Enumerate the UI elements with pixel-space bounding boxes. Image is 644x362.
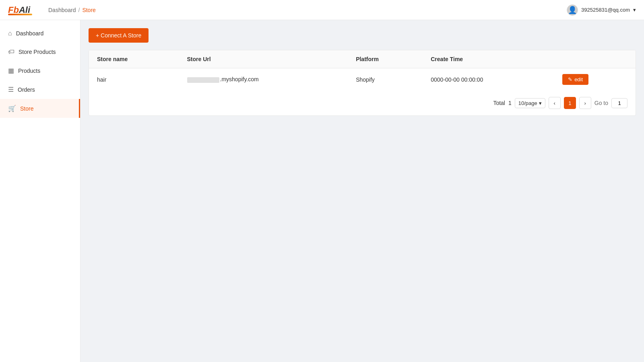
prev-page-button[interactable]: ‹ [549, 97, 561, 109]
cell-edit: ✎ edit [554, 68, 636, 91]
main-content: + Connect A Store Store name Store Url P… [80, 20, 644, 362]
total-label: Total [493, 100, 505, 106]
grid-icon: ▦ [8, 67, 14, 74]
home-icon: ⌂ [8, 30, 12, 37]
per-page-select[interactable]: 10/page ▾ [515, 98, 545, 108]
page-1-button[interactable]: 1 [564, 97, 576, 109]
breadcrumb-home[interactable]: Dashboard [48, 7, 76, 13]
prev-icon: ‹ [554, 100, 555, 106]
sidebar-item-orders[interactable]: ☰ Orders [0, 80, 80, 99]
pagination: Total 1 10/page ▾ ‹ 1 › Go to [89, 90, 636, 115]
layout: ⌂ Dashboard 🏷 Store Products ▦ Products … [0, 20, 644, 362]
per-page-value: 10/page [518, 100, 537, 106]
breadcrumb: Dashboard / Store [48, 7, 96, 13]
user-menu[interactable]: 👤 392525831@qq.com ▾ [567, 4, 636, 16]
sidebar-label-store: Store [20, 105, 33, 112]
table-row: hair .myshopify.com Shopify 0000-00-00 0… [89, 68, 636, 91]
dropdown-icon: ▾ [633, 7, 636, 13]
list-icon: ☰ [8, 86, 14, 93]
user-email: 392525831@qq.com [581, 7, 630, 13]
sidebar-item-products[interactable]: ▦ Products [0, 61, 80, 80]
sidebar-item-store-products[interactable]: 🏷 Store Products [0, 43, 80, 61]
cell-store-name: hair [89, 68, 179, 91]
sidebar-item-store[interactable]: 🛒 Store [0, 99, 80, 118]
chevron-down-icon: ▾ [539, 100, 542, 106]
logo-text: FbAli [8, 5, 32, 15]
col-actions [554, 50, 636, 68]
tag-icon: 🏷 [8, 48, 14, 56]
url-blurred [187, 77, 219, 83]
cell-platform: Shopify [348, 68, 423, 91]
header: FbAli Dashboard / Store 👤 392525831@qq.c… [0, 0, 644, 20]
sidebar-label-dashboard: Dashboard [16, 30, 44, 37]
table-header: Store name Store Url Platform Create Tim… [89, 50, 636, 68]
cell-create-time: 0000-00-00 00:00:00 [423, 68, 554, 91]
next-icon: › [584, 100, 586, 106]
connect-store-button[interactable]: + Connect A Store [89, 28, 149, 43]
sidebar-label-store-products: Store Products [19, 49, 56, 55]
goto-input[interactable] [611, 98, 627, 108]
url-suffix: .myshopify.com [220, 76, 259, 82]
store-table: Store name Store Url Platform Create Tim… [89, 50, 636, 90]
sidebar: ⌂ Dashboard 🏷 Store Products ▦ Products … [0, 20, 80, 362]
edit-button[interactable]: ✎ edit [562, 74, 588, 85]
col-store-url: Store Url [179, 50, 348, 68]
next-page-button[interactable]: › [579, 97, 591, 109]
breadcrumb-current: Store [82, 7, 95, 13]
avatar: 👤 [567, 4, 578, 16]
col-store-name: Store name [89, 50, 179, 68]
total-count: 1 [508, 100, 512, 106]
edit-pencil-icon: ✎ [568, 76, 572, 82]
table-body: hair .myshopify.com Shopify 0000-00-00 0… [89, 68, 636, 91]
store-table-card: Store name Store Url Platform Create Tim… [89, 50, 636, 116]
col-platform: Platform [348, 50, 423, 68]
breadcrumb-separator: / [78, 7, 80, 13]
col-create-time: Create Time [423, 50, 554, 68]
page-number: 1 [568, 100, 571, 106]
cell-store-url: .myshopify.com [179, 68, 348, 91]
sidebar-label-orders: Orders [18, 86, 35, 93]
account-circle-icon: 👤 [568, 6, 577, 14]
store-icon: 🛒 [8, 105, 16, 112]
goto-label: Go to [594, 100, 608, 106]
sidebar-label-products: Products [18, 68, 40, 74]
sidebar-item-dashboard[interactable]: ⌂ Dashboard [0, 24, 80, 43]
edit-label: edit [574, 76, 583, 82]
logo: FbAli [8, 5, 32, 15]
